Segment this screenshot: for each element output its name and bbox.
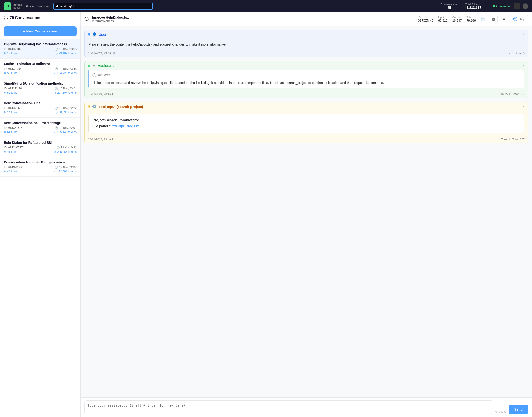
help-label: Help — [519, 17, 525, 21]
conversations-stat: Conversations: 75 — [441, 3, 458, 10]
turns-icon: ↻ — [4, 130, 6, 134]
token-icon: ◇ — [54, 170, 56, 173]
message-footer-0: 18/11/2024, 23:46:08 Turn: 0 Total: 0 — [85, 50, 528, 57]
message-block-2: ⚙️ Tool Input (search project) ∧ Project… — [84, 102, 528, 143]
conversation-item-0[interactable]: Improve HelpDialog.tsx Informativeness I… — [0, 39, 80, 59]
collapse-icon[interactable]: ∧ — [522, 32, 525, 36]
conversation-item-4[interactable]: New Conversation on First Message ID: 01… — [0, 118, 80, 137]
token-icon: ◇ — [54, 91, 56, 94]
conv-item-date: 🕐18 Nov, 23:48 — [55, 67, 77, 71]
conv-item-id: ID: 01JCWGSF — [4, 166, 23, 169]
sidebar-header: 💬 75 Conversations — [0, 12, 80, 23]
conversation-item-2[interactable]: Simplifying BUI notification methods. ID… — [0, 78, 80, 98]
token-icon: ◇ — [54, 130, 56, 134]
messages-area: 👤 User ∧ Please review the content in He… — [81, 26, 532, 397]
token-icon: ◇ — [56, 52, 58, 55]
sort-button[interactable]: ≡ — [500, 15, 508, 23]
turns-icon: ↻ — [4, 111, 6, 114]
message-header-0[interactable]: 👤 User ∧ — [85, 30, 528, 39]
conv-item-turns: ↻14 turns — [4, 111, 17, 114]
conversation-item-3[interactable]: New Conversation Title ID: 01JCZF6J 🕐18 … — [0, 98, 80, 118]
thinking-indicator: thinking... — [92, 72, 521, 78]
topbar: B Beyond Better Project Directory: Conve… — [0, 0, 532, 12]
role-dot — [88, 64, 90, 67]
sidebar: 💬 75 Conversations + New Conversation Im… — [0, 12, 81, 417]
message-timestamp: 18/11/2024, 23:46:11 — [88, 138, 115, 141]
header-output-stat: Output: 16,247 — [452, 16, 462, 22]
connected-dot — [493, 5, 495, 7]
collapse-icon[interactable]: ∧ — [522, 64, 525, 68]
token-icon: ◇ — [56, 111, 58, 114]
message-stats: Turn: 0 Total: 0 — [504, 52, 525, 55]
message-block-0: 👤 User ∧ Please review the content in He… — [84, 30, 528, 57]
turns-icon: ↻ — [4, 91, 6, 94]
message-header-1[interactable]: 🖥 Assistant ∧ — [85, 61, 528, 70]
conversation-header: 💬 Improve HelpDialog.tsx Informativeness… — [81, 12, 532, 26]
new-conversation-button[interactable]: + New Conversation — [4, 26, 77, 36]
conv-header-title: Improve HelpDialog.tsx — [92, 15, 415, 19]
role-dot — [88, 105, 90, 108]
conv-item-id: ID: 01JCWZST — [4, 146, 23, 149]
message-stats: Turn: 279 Total: 837 — [498, 93, 525, 96]
chart-button[interactable]: ▩ — [489, 15, 498, 23]
tool-icon: ⚙️ — [92, 104, 97, 109]
conv-item-turns: ↻44 turns — [4, 170, 17, 173]
collapse-icon[interactable]: ∧ — [522, 104, 525, 108]
input-area: 0 / 10000 Send — [81, 397, 532, 417]
message-timestamp: 18/11/2024, 23:46:11 — [88, 93, 115, 96]
topbar-avatar — [522, 3, 528, 9]
turns-icon: ↻ — [4, 52, 6, 55]
conv-item-title: Conversation Metadata Reorganization — [4, 160, 77, 164]
conversation-item-1[interactable]: Cache Expiration UI Indicator ID: 01JCZJ… — [0, 59, 80, 78]
conv-item-id: ID: 01JCZMX6 — [4, 47, 22, 51]
export-button[interactable]: 📄 — [479, 15, 487, 23]
conv-item-turns: ↻50 turns — [4, 71, 17, 75]
project-dir-input[interactable] — [53, 3, 153, 10]
conv-item-tokens: ◇165,443 tokens — [54, 130, 77, 134]
help-circle-icon: ? — [513, 17, 517, 21]
conv-item-turns: ↻61 turns — [4, 130, 17, 134]
role-dot — [88, 33, 90, 36]
connected-badge: Connected — [493, 4, 511, 8]
conv-item-tokens: ◇277,104 tokens — [54, 91, 77, 94]
conv-item-date: 🕐18 Nov, 22:01 — [55, 126, 77, 129]
token-icon: ◇ — [54, 150, 56, 154]
clock-icon: 🕐 — [55, 166, 58, 169]
conv-item-tokens: ◇79,169 tokens — [56, 52, 77, 55]
topbar-right: Connected ☷ — [489, 3, 528, 10]
conv-item-turns: ↻53 turns — [4, 91, 17, 94]
conv-item-date: 🕐17 Nov, 22:37 — [55, 166, 77, 169]
clock-icon: 🕐 — [55, 87, 58, 90]
conversation-item-6[interactable]: Conversation Metadata Reorganization ID:… — [0, 157, 80, 177]
message-input[interactable] — [84, 400, 493, 414]
header-total-stat: Total: 79,169 — [466, 16, 476, 22]
conv-item-tokens: ◇112,381 tokens — [54, 170, 77, 173]
turns-icon: ↻ — [4, 71, 6, 75]
tokens-stat: Total Tokens: 41,833,917 — [465, 3, 481, 10]
turns-icon: ↻ — [4, 150, 6, 154]
assistant-icon: 🖥 — [92, 63, 96, 68]
project-dir-label: Project Directory: — [26, 4, 50, 8]
tool-field: File pattern: **/HelpDialog.tsx — [92, 124, 520, 128]
message-header-2[interactable]: ⚙️ Tool Input (search project) ∧ — [85, 102, 528, 111]
char-count: 0 / 10000 — [495, 410, 506, 414]
conv-item-title: Simplifying BUI notification methods. — [4, 82, 77, 85]
logo: B Beyond Better — [4, 2, 22, 10]
conv-header-actions: 📄 ▩ ≡ ? Help — [479, 15, 528, 23]
clock-icon: 🕐 — [55, 126, 58, 129]
topbar-doc-button[interactable]: ☷ — [513, 3, 520, 10]
help-button[interactable]: ? Help — [510, 15, 528, 23]
logo-text: Beyond Better — [13, 3, 22, 9]
conv-item-tokens: ◇154,729 tokens — [54, 71, 77, 75]
send-button[interactable]: Send — [509, 405, 528, 414]
conv-item-id: ID: 01JCZF6J — [4, 106, 21, 110]
message-body-1: thinking... I'll first need to locate an… — [88, 70, 524, 88]
conv-header-stats: ID: 01JCZMX6 Input: 62,922 Output: 16,24… — [418, 16, 476, 22]
clock-icon: 🕐 — [55, 48, 58, 51]
sidebar-title: 75 Conversations — [10, 16, 41, 20]
topbar-stats: Conversations: 75 Total Tokens: 41,833,9… — [441, 3, 481, 10]
conv-item-title: Improve HelpDialog.tsx Informativeness — [4, 42, 77, 46]
message-footer-2: 18/11/2024, 23:46:11 Turn: 0 Total: 837 — [85, 136, 528, 143]
conversation-item-5[interactable]: Help Dialog for Refactored BUI ID: 01JCW… — [0, 137, 80, 157]
conv-item-date: 🕐18 Nov, 23:55 — [55, 47, 77, 51]
